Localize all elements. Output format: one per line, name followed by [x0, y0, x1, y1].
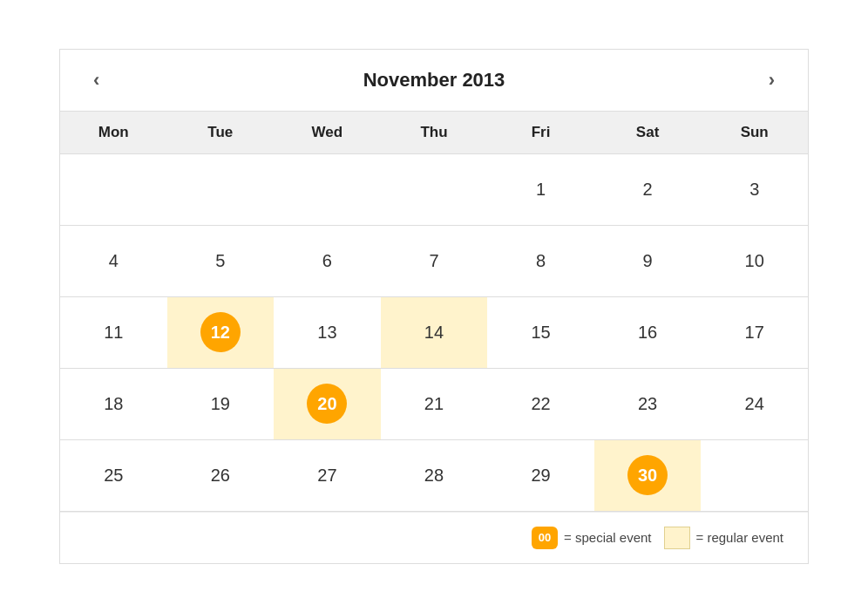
calendar-cell[interactable]: 16	[594, 296, 702, 368]
calendar-title: November 2013	[363, 69, 505, 92]
calendar-cell[interactable]: 22	[487, 368, 594, 439]
calendar-cell[interactable]: 25	[60, 439, 167, 511]
calendar-cell	[274, 153, 381, 225]
day-number: 18	[104, 394, 123, 414]
calendar-cell[interactable]: 8	[487, 225, 594, 296]
calendar-cell[interactable]: 4	[60, 225, 167, 296]
weekday-header-sat: Sat	[594, 112, 702, 154]
calendar-cell[interactable]: 28	[381, 439, 488, 511]
calendar-cell[interactable]: 23	[594, 368, 702, 439]
calendar: ‹ November 2013 › MonTueWedThuFriSatSun …	[59, 49, 809, 564]
calendar-cell[interactable]: 18	[60, 368, 167, 439]
day-number: 27	[317, 466, 336, 486]
day-number: 7	[429, 251, 438, 271]
next-month-button[interactable]: ›	[760, 65, 783, 95]
day-number: 29	[531, 466, 550, 486]
day-number: 8	[536, 251, 546, 271]
calendar-cell[interactable]: 11	[60, 296, 167, 368]
legend-regular-item: = regular event	[664, 527, 783, 549]
day-number: 16	[638, 323, 657, 343]
calendar-cell	[167, 153, 275, 225]
legend-regular-label: = regular event	[696, 530, 783, 545]
day-number: 3	[749, 180, 759, 200]
day-number: 11	[104, 323, 123, 343]
calendar-legend: 00 = special event = regular event	[60, 512, 808, 563]
calendar-cell[interactable]: 21	[381, 368, 488, 439]
day-number: 28	[424, 466, 444, 486]
day-number: 10	[745, 251, 764, 271]
calendar-cell[interactable]: 20	[274, 368, 381, 439]
day-number: 14	[424, 323, 444, 343]
calendar-cell	[701, 439, 808, 511]
day-number: 25	[104, 466, 123, 486]
calendar-cell[interactable]: 7	[381, 225, 488, 296]
weekday-header-row: MonTueWedThuFriSatSun	[60, 112, 808, 154]
calendar-cell[interactable]: 5	[167, 225, 275, 296]
calendar-week-row: 45678910	[60, 225, 808, 296]
day-number: 4	[109, 251, 119, 271]
calendar-cell[interactable]: 29	[487, 439, 594, 511]
day-number: 13	[317, 323, 336, 343]
weekday-header-tue: Tue	[167, 112, 275, 154]
day-number: 1	[536, 180, 546, 200]
day-number: 15	[531, 323, 550, 343]
weekday-header-fri: Fri	[487, 112, 594, 154]
calendar-cell[interactable]: 1	[487, 153, 594, 225]
calendar-week-row: 11121314151617	[60, 296, 808, 368]
calendar-cell[interactable]: 9	[594, 225, 702, 296]
special-event-badge: 12	[200, 312, 241, 352]
calendar-cell[interactable]: 30	[594, 439, 702, 511]
weekday-header-thu: Thu	[381, 112, 488, 154]
calendar-week-row: 18192021222324	[60, 368, 808, 439]
calendar-table: MonTueWedThuFriSatSun 123456789101112131…	[60, 112, 808, 512]
day-number: 26	[211, 466, 230, 486]
day-number: 19	[211, 394, 230, 414]
day-number: 24	[745, 394, 764, 414]
weekday-header-mon: Mon	[60, 112, 167, 154]
calendar-tbody: 1234567891011121314151617181920212223242…	[60, 153, 808, 511]
day-number: 17	[745, 323, 764, 343]
calendar-cell[interactable]: 3	[701, 153, 808, 225]
day-number: 9	[643, 251, 653, 271]
day-number: 21	[424, 394, 444, 414]
calendar-week-row: 252627282930	[60, 439, 808, 511]
calendar-cell[interactable]: 10	[701, 225, 808, 296]
prev-month-button[interactable]: ‹	[85, 65, 108, 95]
calendar-header: ‹ November 2013 ›	[60, 50, 808, 112]
legend-special-item: 00 = special event	[532, 527, 651, 549]
weekday-header-sun: Sun	[701, 112, 808, 154]
calendar-cell[interactable]: 14	[381, 296, 488, 368]
day-number: 5	[215, 251, 225, 271]
day-number: 22	[531, 394, 550, 414]
calendar-cell[interactable]: 19	[167, 368, 275, 439]
calendar-cell[interactable]: 17	[701, 296, 808, 368]
day-number: 6	[322, 251, 332, 271]
calendar-cell[interactable]: 26	[167, 439, 275, 511]
calendar-cell[interactable]: 2	[594, 153, 702, 225]
calendar-week-row: 123	[60, 153, 808, 225]
legend-regular-icon	[664, 527, 690, 549]
legend-special-icon: 00	[532, 527, 558, 549]
calendar-cell[interactable]: 6	[274, 225, 381, 296]
calendar-cell	[60, 153, 167, 225]
calendar-cell[interactable]: 13	[274, 296, 381, 368]
calendar-cell[interactable]: 15	[487, 296, 594, 368]
legend-special-label: = special event	[564, 530, 651, 545]
weekday-header-wed: Wed	[274, 112, 381, 154]
calendar-cell[interactable]: 12	[167, 296, 275, 368]
calendar-thead: MonTueWedThuFriSatSun	[60, 112, 808, 154]
calendar-cell	[381, 153, 488, 225]
day-number: 23	[638, 394, 657, 414]
calendar-cell[interactable]: 24	[701, 368, 808, 439]
special-event-badge: 30	[627, 455, 668, 495]
calendar-cell[interactable]: 27	[274, 439, 381, 511]
special-event-badge: 20	[307, 384, 347, 424]
day-number: 2	[643, 180, 653, 200]
